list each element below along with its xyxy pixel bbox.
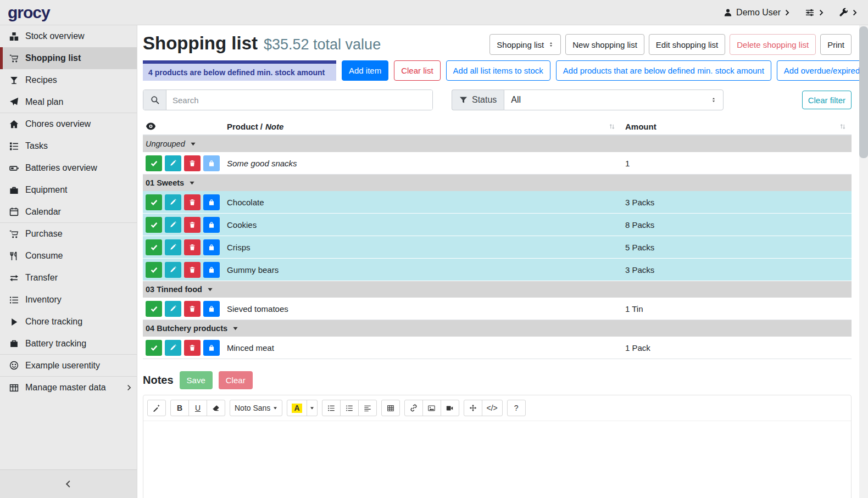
shopping-list-select[interactable]: Shopping list: [489, 34, 561, 55]
sidebar-item-batteries-overview[interactable]: Batteries overview: [0, 157, 137, 179]
mark-done-button[interactable]: [146, 340, 162, 356]
group-header-ungrouped[interactable]: Ungrouped: [143, 136, 852, 152]
edit-item-button[interactable]: [165, 194, 181, 210]
chevron-right-icon: [784, 9, 789, 16]
edit-item-button[interactable]: [165, 301, 181, 317]
color-dropdown-button[interactable]: [307, 400, 318, 416]
sidebar-item-shopping-list[interactable]: Shopping list: [0, 47, 137, 69]
sidebar-item-stock-overview[interactable]: Stock overview: [0, 25, 137, 47]
add-all-to-stock-button[interactable]: Add all list items to stock: [446, 60, 550, 81]
delete-item-button[interactable]: [184, 239, 201, 255]
mark-done-button[interactable]: [146, 194, 162, 210]
search-input[interactable]: [166, 90, 432, 110]
utensils-icon: [7, 251, 21, 261]
amount-column-header[interactable]: Amount: [621, 122, 852, 131]
print-button[interactable]: Print: [820, 34, 852, 55]
delete-item-button[interactable]: [184, 262, 201, 278]
font-family-select[interactable]: Noto Sans: [230, 400, 282, 416]
underline-button[interactable]: U: [188, 400, 207, 416]
item-product: Sieved tomatoes: [227, 304, 288, 314]
sidebar-item-transfer[interactable]: Transfer: [0, 267, 137, 289]
notes-clear-button[interactable]: Clear: [219, 371, 253, 389]
table-row: Crisps 5 Packs: [143, 236, 852, 259]
select-caret-icon: [548, 41, 554, 48]
edit-item-button[interactable]: [165, 340, 181, 356]
sidebar-item-battery-tracking[interactable]: Battery tracking: [0, 333, 137, 355]
edit-item-button[interactable]: [165, 217, 181, 233]
add-to-stock-button[interactable]: [203, 217, 220, 233]
sidebar-item-meal-plan[interactable]: Meal plan: [0, 91, 137, 113]
edit-item-button[interactable]: [165, 155, 181, 171]
add-item-button[interactable]: Add item: [342, 60, 388, 81]
user-menu[interactable]: Demo User: [724, 8, 789, 18]
unordered-list-button[interactable]: [322, 400, 341, 416]
sidebar-collapse-button[interactable]: [0, 469, 137, 498]
admin-menu[interactable]: [839, 8, 857, 17]
home-icon: [7, 120, 21, 129]
page-scrollbar[interactable]: [859, 25, 868, 498]
add-to-stock-button[interactable]: [203, 340, 220, 356]
mark-done-button[interactable]: [146, 217, 162, 233]
group-header-tinned-food[interactable]: 03 Tinned food: [143, 281, 852, 298]
edit-item-button[interactable]: [165, 239, 181, 255]
insert-link-button[interactable]: [404, 400, 423, 416]
notes-save-button[interactable]: Save: [180, 371, 213, 389]
sidebar-item-inventory[interactable]: Inventory: [0, 289, 137, 311]
settings-menu[interactable]: [805, 8, 824, 17]
sidebar-item-example-userentity[interactable]: Example userentity: [0, 355, 137, 377]
add-to-stock-button[interactable]: [203, 301, 220, 317]
delete-item-button[interactable]: [184, 301, 201, 317]
sidebar-item-calendar[interactable]: Calendar: [0, 201, 137, 223]
add-to-stock-button[interactable]: [203, 155, 220, 171]
insert-table-button[interactable]: [381, 400, 400, 416]
sidebar-item-consume[interactable]: Consume: [0, 245, 137, 267]
highlight-color-button[interactable]: A: [287, 400, 307, 416]
product-column-header[interactable]: Product / Note: [227, 122, 621, 131]
sidebar-item-manage-master-data[interactable]: Manage master data: [0, 377, 137, 399]
clear-list-button[interactable]: Clear list: [394, 60, 440, 81]
add-overdue-button[interactable]: Add overdue/expired products: [777, 60, 859, 81]
mark-done-button[interactable]: [146, 239, 162, 255]
clear-filter-button[interactable]: Clear filter: [802, 91, 852, 109]
eraser-button[interactable]: [207, 400, 225, 416]
sidebar-item-recipes[interactable]: Recipes: [0, 69, 137, 91]
sidebar-item-chores-overview[interactable]: Chores overview: [0, 113, 137, 135]
ordered-list-button[interactable]: [340, 400, 359, 416]
notes-editor: B U Noto Sans A: [143, 395, 852, 498]
add-to-stock-button[interactable]: [203, 262, 220, 278]
sidebar-item-purchase[interactable]: Purchase: [0, 223, 137, 245]
insert-image-button[interactable]: [422, 400, 441, 416]
mark-done-button[interactable]: [146, 262, 162, 278]
mark-done-button[interactable]: [146, 155, 162, 171]
status-select[interactable]: All: [504, 89, 724, 110]
bold-button[interactable]: B: [170, 400, 189, 416]
magic-style-button[interactable]: [147, 400, 166, 416]
sidebar-item-equipment[interactable]: Equipment: [0, 179, 137, 201]
insert-video-button[interactable]: [441, 400, 459, 416]
notes-editor-area[interactable]: [143, 421, 851, 498]
group-header-butchery-products[interactable]: 04 Butchery products: [143, 320, 852, 337]
scrollbar-thumb[interactable]: [859, 26, 868, 158]
add-to-stock-button[interactable]: [203, 239, 220, 255]
help-button[interactable]: ?: [507, 400, 526, 416]
delete-item-button[interactable]: [184, 194, 201, 210]
sidebar-item-chore-tracking[interactable]: Chore tracking: [0, 311, 137, 333]
fullscreen-button[interactable]: [464, 400, 482, 416]
group-header-sweets[interactable]: 01 Sweets: [143, 175, 852, 191]
add-below-min-button[interactable]: Add products that are below defined min.…: [556, 60, 771, 81]
delete-item-button[interactable]: [184, 340, 201, 356]
delete-item-button[interactable]: [184, 217, 201, 233]
code-view-button[interactable]: </>: [482, 400, 503, 416]
edit-item-button[interactable]: [165, 262, 181, 278]
chevron-left-icon: [65, 480, 71, 488]
mark-done-button[interactable]: [146, 301, 162, 317]
delete-item-button[interactable]: [184, 155, 201, 171]
paragraph-align-button[interactable]: [358, 400, 377, 416]
sort-icon: [609, 123, 615, 130]
sidebar-item-tasks[interactable]: Tasks: [0, 135, 137, 157]
add-to-stock-button[interactable]: [203, 194, 220, 210]
delete-shopping-list-button[interactable]: Delete shopping list: [730, 34, 816, 55]
eye-icon[interactable]: [146, 122, 156, 130]
edit-shopping-list-button[interactable]: Edit shopping list: [649, 34, 725, 55]
new-shopping-list-button[interactable]: New shopping list: [565, 34, 644, 55]
